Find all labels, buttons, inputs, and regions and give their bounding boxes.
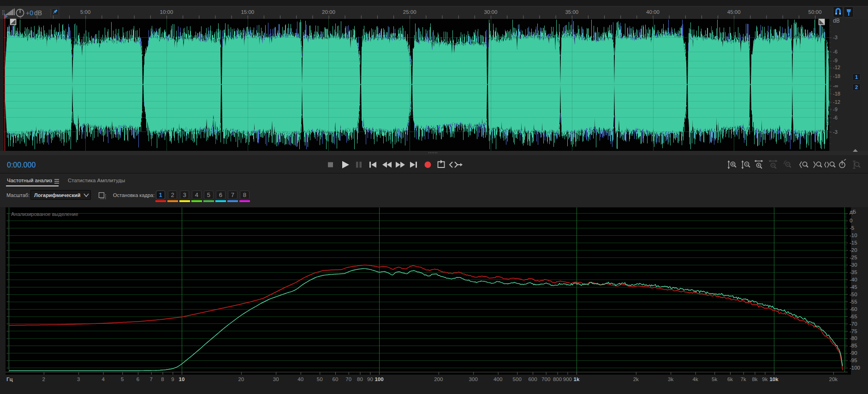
svg-text:-30: -30	[850, 262, 857, 268]
svg-text:500: 500	[513, 376, 522, 382]
svg-text:-90: -90	[850, 350, 857, 356]
svg-text:3: 3	[77, 376, 80, 382]
svg-text:8k: 8k	[752, 376, 757, 382]
svg-text:8: 8	[161, 376, 164, 382]
svg-text:60: 60	[333, 376, 339, 382]
svg-text:3k: 3k	[668, 376, 673, 382]
svg-text:900: 900	[563, 376, 572, 382]
svg-text:-15: -15	[850, 240, 857, 245]
svg-text:-75: -75	[850, 328, 857, 334]
svg-text:-55: -55	[850, 299, 857, 304]
svg-text:2: 2	[855, 84, 858, 90]
svg-text:9: 9	[171, 376, 174, 382]
svg-text:7: 7	[149, 376, 152, 382]
svg-text:-18: -18	[833, 73, 840, 79]
svg-text:-18: -18	[833, 91, 840, 96]
svg-text:15:00: 15:00	[241, 9, 254, 15]
svg-text:дБ: дБ	[850, 209, 856, 215]
svg-text:20:00: 20:00	[322, 9, 335, 15]
svg-text:30: 30	[273, 376, 279, 382]
svg-text:-100: -100	[850, 365, 860, 370]
svg-text:-∞: -∞	[833, 83, 838, 89]
svg-text:45:00: 45:00	[727, 9, 741, 15]
svg-text:-12: -12	[833, 65, 840, 70]
svg-text:dB: dB	[833, 18, 840, 24]
svg-text:-6: -6	[833, 115, 838, 120]
svg-text:800: 800	[553, 376, 562, 382]
svg-text:-45: -45	[850, 284, 857, 290]
svg-text:700: 700	[541, 376, 550, 382]
svg-text:25:00: 25:00	[403, 9, 416, 15]
svg-text:40: 40	[297, 376, 303, 382]
svg-text:-9: -9	[833, 58, 838, 63]
svg-text:20k: 20k	[829, 376, 838, 382]
svg-text:0: 0	[850, 218, 852, 223]
svg-text:100: 100	[375, 376, 383, 382]
svg-text:-12: -12	[833, 99, 840, 105]
svg-text:10:00: 10:00	[160, 9, 173, 15]
svg-text:2k: 2k	[633, 376, 639, 382]
svg-text:0:00.000: 0:00.000	[7, 161, 36, 169]
svg-text:20: 20	[238, 376, 244, 382]
svg-text:-10: -10	[850, 233, 857, 238]
svg-text:30:00: 30:00	[484, 9, 498, 15]
svg-text:-3: -3	[833, 129, 838, 135]
svg-text:300: 300	[469, 376, 478, 382]
svg-text:2: 2	[42, 376, 45, 382]
svg-text:200: 200	[434, 376, 443, 382]
svg-text:-60: -60	[850, 306, 857, 312]
svg-text:9k: 9k	[762, 376, 767, 382]
svg-text:1k: 1k	[574, 376, 580, 382]
svg-text:-9: -9	[833, 107, 838, 112]
svg-text:50:00: 50:00	[809, 9, 822, 15]
svg-text:4k: 4k	[693, 376, 698, 382]
svg-text:5:00: 5:00	[80, 9, 90, 15]
svg-text:-85: -85	[850, 343, 857, 348]
svg-text:5k: 5k	[712, 376, 717, 382]
svg-text:600: 600	[528, 376, 537, 382]
svg-text:-95: -95	[850, 358, 857, 363]
svg-text:35:00: 35:00	[565, 9, 578, 15]
svg-text:-6: -6	[833, 49, 838, 54]
svg-text:70: 70	[345, 376, 351, 382]
svg-text:7k: 7k	[741, 376, 746, 382]
svg-text:80: 80	[357, 376, 363, 382]
svg-text:-65: -65	[850, 314, 857, 319]
svg-text:90: 90	[367, 376, 373, 382]
svg-text:Анализированое выделение: Анализированое выделение	[11, 211, 78, 217]
svg-text:-80: -80	[850, 335, 857, 341]
svg-text:50: 50	[317, 376, 323, 382]
svg-text:-40: -40	[850, 277, 857, 282]
svg-text:-25: -25	[850, 255, 857, 260]
svg-text:Гц: Гц	[6, 376, 13, 382]
svg-text:-20: -20	[850, 247, 857, 253]
svg-text:10k: 10k	[769, 376, 779, 382]
svg-text:400: 400	[493, 376, 502, 382]
svg-text:-50: -50	[850, 292, 857, 297]
svg-text:dB: dB	[34, 9, 42, 17]
svg-text:1: 1	[855, 74, 858, 80]
svg-text:-3: -3	[833, 35, 838, 40]
svg-text:4: 4	[101, 376, 105, 382]
svg-text:-35: -35	[850, 269, 857, 275]
svg-text:6: 6	[137, 376, 139, 382]
svg-text:-5: -5	[850, 225, 854, 231]
svg-text:+0: +0	[26, 9, 33, 17]
svg-text:5: 5	[121, 376, 124, 382]
svg-text:10: 10	[179, 376, 185, 382]
svg-text:-70: -70	[850, 321, 857, 327]
svg-text:40:00: 40:00	[646, 9, 660, 15]
svg-text:6k: 6k	[727, 376, 733, 382]
